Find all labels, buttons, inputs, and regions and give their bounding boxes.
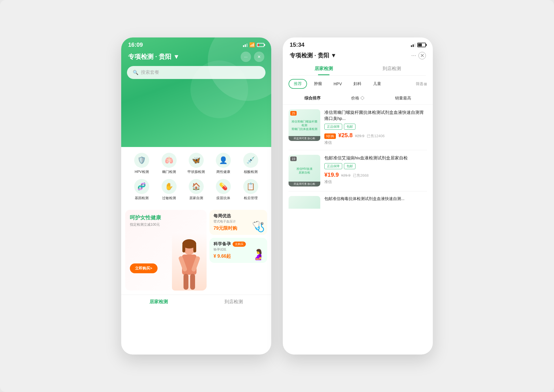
nav-home-test[interactable]: 居家检测 bbox=[121, 299, 196, 305]
tab-home-test[interactable]: 居家检测 bbox=[290, 62, 358, 75]
filter-button[interactable]: 筛选 ⊞ bbox=[416, 81, 427, 86]
icon-row-2: 🧬 基因检测 ✋ 过敏检测 🏠 居家自测 💊 疫苗抗体 📋 检后管理 bbox=[128, 179, 264, 201]
search-placeholder: 搜索套餐 bbox=[141, 69, 159, 76]
vaccine-icon: 💊 bbox=[216, 179, 231, 194]
right-phone-top: 15:34 bbox=[283, 37, 433, 48]
bottom-nav-left: 居家检测 到店检测 bbox=[121, 295, 271, 309]
chip-hpv[interactable]: HPV bbox=[329, 80, 347, 88]
thyroid-icon: 🦋 bbox=[189, 153, 204, 168]
tag-authentic-1: 正品保障 bbox=[324, 124, 342, 130]
chip-tumor[interactable]: 肿瘤 bbox=[309, 80, 327, 88]
rbar1 bbox=[411, 45, 412, 47]
more-button-left[interactable]: ··· bbox=[241, 52, 251, 62]
allergy-icon: ✋ bbox=[162, 179, 177, 194]
close-button-left[interactable]: ✕ bbox=[254, 52, 264, 62]
sort-row: 综合排序 价格 ◇ 销量最高 bbox=[283, 92, 433, 105]
search-icon: 🔍 bbox=[133, 70, 138, 75]
battery-icon bbox=[257, 43, 264, 47]
price-orig-2: ¥29.9 bbox=[341, 173, 351, 178]
vaccine-label: 疫苗抗体 bbox=[216, 196, 230, 201]
battery-right bbox=[417, 43, 426, 47]
icon-allergy[interactable]: ✋ 过敏检测 bbox=[158, 179, 181, 201]
svg-rect-5 bbox=[190, 274, 195, 290]
product-card-2[interactable]: 准信HIV血液居家自检 19 药监局可查 放心购 包邮准信艾滋病hiv血液检测试… bbox=[289, 150, 427, 191]
sexual-label: 两性健康 bbox=[216, 169, 230, 174]
svg-rect-7 bbox=[182, 244, 185, 252]
sold-count-2: 已售2668 bbox=[353, 173, 369, 178]
partial-product-title: 包邮准信梅毒抗体检测试剂盒血液快速自测... bbox=[324, 196, 427, 202]
product-title-1: 准信胃幽门螺旋杆菌抗体检测试剂盒血液快速自测胃痛口臭hp... bbox=[324, 109, 427, 121]
icon-gene[interactable]: 🧬 基因检测 bbox=[130, 179, 153, 201]
bar1 bbox=[243, 45, 244, 47]
chip-gynecology[interactable]: 妇科 bbox=[349, 80, 366, 88]
battery-fill-right bbox=[418, 44, 422, 46]
icon-nucleic[interactable]: 💉 核酸检测 bbox=[239, 153, 262, 174]
icon-sexual[interactable]: 👤 两性健康 bbox=[212, 153, 235, 174]
sort-sales[interactable]: 销量最高 bbox=[381, 95, 426, 102]
more-btn-right[interactable]: ··· bbox=[411, 52, 416, 59]
tab-store-test[interactable]: 到店检测 bbox=[358, 62, 426, 75]
sexual-icon: 👤 bbox=[216, 153, 231, 168]
weekly-pick-card[interactable]: 每周优选 臂式电子血压计 79元限时购 🩺 bbox=[209, 210, 267, 235]
icon-aftercheck[interactable]: 📋 检后管理 bbox=[239, 179, 262, 201]
left-phone: 16:09 📶 专项检测 · 贵阳 ▼ bbox=[121, 37, 271, 355]
weekly-title: 每周优选 bbox=[214, 213, 263, 219]
discount-badge-2: 19 bbox=[290, 157, 297, 161]
partial-product-img bbox=[289, 196, 320, 209]
gene-icon: 🧬 bbox=[134, 179, 149, 194]
icon-home-test[interactable]: 🏠 居家自测 bbox=[185, 179, 208, 201]
product-img-2: 准信HIV血液居家自检 19 药监局可查 放心购 bbox=[289, 155, 320, 186]
partial-product-info: 包邮准信梅毒抗体检测试剂盒血液快速自测... bbox=[324, 196, 427, 209]
allergy-label: 过敏检测 bbox=[162, 196, 176, 201]
icon-vaccine[interactable]: 💊 疫苗抗体 bbox=[212, 179, 235, 201]
filter-row: 推荐 肿瘤 HPV 妇科 儿童 筛选 ⊞ bbox=[283, 76, 433, 92]
icon-pylori[interactable]: 🫁 幽门检测 bbox=[158, 153, 181, 174]
search-bar-left[interactable]: 🔍 搜索套餐 bbox=[127, 66, 265, 79]
left-header: 16:09 📶 专项检测 · 贵阳 ▼ bbox=[121, 37, 271, 147]
nucleic-icon: 💉 bbox=[243, 153, 258, 168]
discount-badge-1: 25 bbox=[290, 111, 297, 116]
img-overlay-2: 药监局可查 放心购 bbox=[289, 182, 320, 186]
wifi-icon: 📶 bbox=[249, 42, 255, 48]
product-tags-2: 正品保障 包邮 bbox=[324, 163, 427, 169]
chip-recommend[interactable]: 推荐 bbox=[289, 79, 307, 89]
product-card-1[interactable]: 准信胃幽门螺旋杆菌检测胃幽门抗体血液检测 25 药监局可查 放心购 准信胃幽门螺… bbox=[289, 105, 427, 150]
close-btn-right[interactable]: ✕ bbox=[418, 52, 426, 59]
title-bar-left: 专项检测 · 贵阳 ▼ ··· ✕ bbox=[121, 50, 271, 65]
rbar3 bbox=[414, 44, 415, 47]
sort-price[interactable]: 价格 ◇ bbox=[335, 95, 380, 102]
icon-row-1: 🛡️ HPV检测 🫁 幽门检测 🦋 甲状腺检测 👤 两性健康 💉 bbox=[128, 153, 264, 174]
banner-women-health[interactable]: 呵护女性健康 指定检测立减100元 立即购买> bbox=[125, 210, 207, 291]
right-actions: ··· ✕ bbox=[411, 52, 426, 59]
go-buy-badge[interactable]: 去购买 bbox=[233, 242, 246, 247]
pregnancy-card[interactable]: 科学备孕 去购买 验孕试纸 ¥ 9.66起 🤰 bbox=[209, 238, 267, 263]
page-title-right: 专项检测 · 贵阳 ▼ bbox=[290, 52, 336, 59]
buy-now-button[interactable]: 立即购买> bbox=[130, 263, 158, 273]
svg-rect-8 bbox=[193, 244, 196, 252]
nucleic-label: 核酸检测 bbox=[244, 169, 258, 174]
nav-store-test[interactable]: 到店检测 bbox=[196, 299, 271, 305]
status-icons-right bbox=[411, 43, 426, 47]
time-left: 16:09 bbox=[128, 42, 143, 48]
gene-label: 基因检测 bbox=[135, 196, 149, 201]
pregnancy-title: 科学备孕 bbox=[214, 241, 231, 247]
brand-1: 准信 bbox=[324, 140, 427, 145]
product-title-2: 包邮准信艾滋病hiv血液检测试剂盒居家自检 bbox=[324, 155, 427, 161]
price-row-1: 9折购 ¥25.8 ¥29.9 已售12406 bbox=[324, 132, 427, 139]
bar2 bbox=[245, 44, 246, 47]
home-test-label: 居家自测 bbox=[189, 196, 203, 201]
brand-2: 准信 bbox=[324, 179, 427, 184]
thyroid-label: 甲状腺检测 bbox=[188, 169, 205, 174]
icon-hpv[interactable]: 🛡️ HPV检测 bbox=[130, 153, 153, 174]
sort-comprehensive[interactable]: 综合排序 bbox=[290, 95, 335, 102]
aftercheck-icon: 📋 bbox=[243, 179, 258, 194]
chip-children[interactable]: 儿童 bbox=[368, 80, 386, 88]
icon-thyroid[interactable]: 🦋 甲状腺检测 bbox=[185, 153, 208, 174]
status-bar-right: 15:34 bbox=[290, 42, 426, 48]
product-img-1: 准信胃幽门螺旋杆菌检测胃幽门抗体血液检测 25 药监局可查 放心购 bbox=[289, 109, 320, 141]
pylori-label: 幽门检测 bbox=[162, 169, 176, 174]
aftercheck-label: 检后管理 bbox=[244, 196, 258, 201]
tab-bar-right: 居家检测 到店检测 bbox=[290, 62, 426, 76]
time-right: 15:34 bbox=[290, 42, 304, 48]
title-bar-right: 专项检测 · 贵阳 ▼ ··· ✕ bbox=[283, 52, 433, 62]
